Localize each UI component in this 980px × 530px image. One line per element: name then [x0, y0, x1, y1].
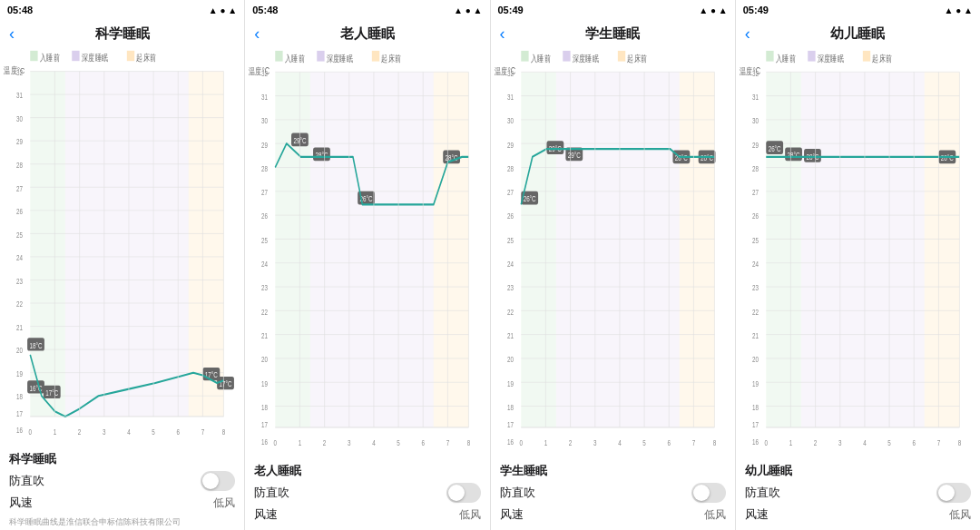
back-arrow-student[interactable]: ‹ [500, 25, 505, 44]
svg-text:7: 7 [446, 438, 449, 447]
svg-rect-79 [310, 72, 434, 427]
status-section-3: 05:49 ▲ ● ▲ [491, 0, 736, 20]
svg-rect-8 [65, 72, 189, 417]
svg-text:26°C: 26°C [768, 144, 780, 153]
svg-text:28°C: 28°C [701, 153, 713, 162]
svg-text:26: 26 [752, 211, 759, 221]
svg-text:26: 26 [261, 211, 268, 221]
svg-text:27: 27 [261, 188, 268, 197]
sleep-label-student: 学生睡眠 [500, 463, 726, 479]
svg-text:17°C: 17°C [45, 388, 59, 398]
svg-text:19: 19 [261, 379, 268, 388]
svg-text:20: 20 [261, 355, 268, 364]
svg-rect-80 [434, 72, 469, 427]
chart-svg-student: 入睡前 深度睡眠 起床前 温度°C [495, 48, 731, 459]
svg-text:30: 30 [16, 114, 23, 123]
svg-rect-4 [127, 51, 134, 61]
status-icons-4: ▲ ● ▲ [945, 5, 973, 15]
svg-text:入睡前: 入睡前 [285, 53, 305, 64]
svg-text:28: 28 [261, 164, 268, 173]
svg-rect-78 [276, 72, 311, 427]
bottom-info-infant: 幼儿睡眠 防直吹 风速 低风 [736, 459, 980, 526]
anti-blow-toggle-science[interactable] [201, 471, 235, 491]
svg-text:深度睡眠: 深度睡眠 [817, 53, 844, 64]
svg-text:6: 6 [912, 438, 915, 447]
svg-text:25: 25 [752, 236, 759, 245]
svg-rect-0 [30, 51, 37, 61]
toggle-row-science: 防直吹 [9, 471, 235, 491]
svg-text:17: 17 [261, 420, 268, 429]
bottom-text-infant: 🐲 值·什么值得买 [736, 526, 980, 530]
anti-blow-label-student: 防直吹 [500, 485, 535, 501]
svg-text:0: 0 [519, 438, 522, 447]
svg-text:3: 3 [838, 438, 841, 447]
svg-text:16: 16 [506, 437, 513, 447]
svg-text:23: 23 [752, 283, 759, 292]
svg-rect-73 [317, 51, 324, 62]
panel-elder: ‹ 老人睡眠 入睡前 深度睡眠 起床前 温度°C [245, 20, 490, 530]
svg-rect-218 [766, 72, 801, 427]
svg-text:29: 29 [752, 141, 759, 150]
anti-blow-toggle-elder[interactable] [446, 483, 481, 503]
svg-text:深度睡眠: 深度睡眠 [327, 53, 354, 64]
svg-text:5: 5 [397, 438, 400, 447]
svg-text:1: 1 [544, 438, 546, 447]
svg-text:5: 5 [152, 427, 154, 437]
panel-infant: ‹ 幼儿睡眠 入睡前 深度睡眠 起床前 温度°C [736, 20, 980, 530]
wind-value-student: 低风 [704, 507, 726, 523]
svg-text:26°C: 26°C [523, 194, 535, 203]
mascot-icon: 🐲 [893, 526, 916, 528]
svg-text:32: 32 [16, 68, 23, 77]
svg-text:3: 3 [348, 438, 350, 447]
chart-svg-science: 入睡前 深度睡眠 起床前 温度°C [4, 48, 240, 447]
back-arrow-elder[interactable]: ‹ [254, 25, 260, 44]
svg-text:8: 8 [467, 438, 470, 447]
svg-text:28°C: 28°C [787, 151, 799, 160]
svg-text:起床前: 起床前 [136, 53, 157, 63]
svg-text:深度睡眠: 深度睡眠 [572, 53, 599, 64]
back-arrow-science[interactable]: ‹ [9, 25, 15, 44]
bottom-text-elder [245, 526, 489, 530]
status-section-4: 05:49 ▲ ● ▲ [736, 0, 980, 20]
svg-text:27: 27 [752, 188, 759, 197]
svg-text:0: 0 [274, 438, 277, 447]
svg-text:28: 28 [506, 164, 513, 173]
svg-rect-140 [521, 51, 528, 62]
svg-rect-71 [276, 51, 283, 62]
svg-rect-219 [801, 72, 925, 427]
wind-row-elder: 风速 低风 [254, 506, 480, 523]
svg-text:29: 29 [16, 137, 23, 146]
panel-title-science: 科学睡眠 [95, 25, 150, 43]
svg-text:21: 21 [752, 331, 759, 340]
sleep-label-elder: 老人睡眠 [254, 463, 480, 479]
wind-row-science: 风速 低风 [9, 495, 235, 511]
back-arrow-infant[interactable]: ‹ [745, 25, 750, 44]
svg-text:4: 4 [127, 427, 130, 437]
svg-rect-148 [555, 72, 679, 427]
svg-rect-215 [863, 51, 870, 62]
anti-blow-toggle-student[interactable] [691, 483, 726, 503]
svg-text:3: 3 [593, 438, 596, 447]
wind-label-infant: 风速 [745, 506, 769, 523]
svg-text:17: 17 [506, 420, 513, 429]
anti-blow-toggle-infant[interactable] [936, 483, 971, 503]
svg-text:入睡前: 入睡前 [775, 53, 795, 64]
svg-text:19: 19 [16, 369, 23, 378]
svg-rect-142 [563, 51, 570, 62]
status-section-1: 05:48 ▲ ● ▲ [0, 0, 245, 20]
status-section-2: 05:48 ▲ ● ▲ [245, 0, 490, 20]
svg-text:24: 24 [261, 260, 269, 269]
svg-rect-149 [679, 72, 714, 427]
svg-text:6: 6 [422, 438, 425, 447]
svg-text:31: 31 [261, 93, 268, 102]
time-2: 05:48 [252, 5, 278, 15]
bottom-text-science: 科学睡眠曲线是淮信联合申标信陈科技有限公司 [0, 515, 244, 530]
svg-text:1: 1 [299, 438, 301, 447]
svg-text:30: 30 [752, 116, 759, 125]
svg-text:31: 31 [752, 93, 759, 102]
chart-area-infant: 入睡前 深度睡眠 起床前 温度°C [736, 46, 980, 459]
svg-rect-213 [808, 51, 815, 62]
svg-text:7: 7 [936, 438, 939, 447]
svg-text:3: 3 [103, 427, 105, 437]
svg-text:26: 26 [506, 211, 513, 221]
